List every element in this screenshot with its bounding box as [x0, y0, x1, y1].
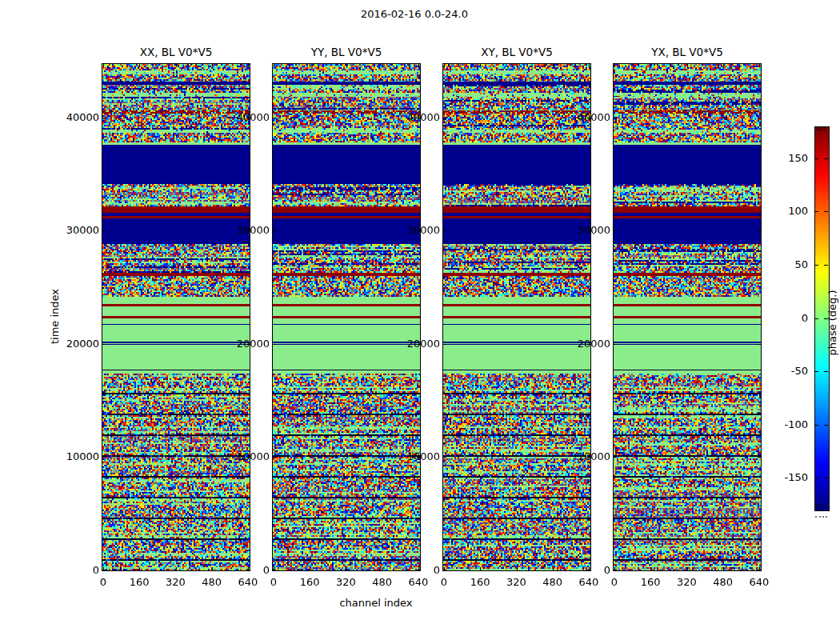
heatmap-panel-yy — [272, 63, 421, 571]
colorbar-tick — [814, 425, 818, 426]
y-tick-label: 10000 — [223, 450, 270, 462]
colorbar-tick — [824, 211, 828, 212]
y-tick-label: 40000 — [394, 111, 440, 123]
x-tick-label: 0 — [426, 576, 462, 588]
y-tick-label: 30000 — [53, 224, 99, 236]
colorbar-tick-label: -100 — [762, 418, 808, 430]
colorbar-label: phase (deg.) — [826, 275, 838, 371]
y-tick-label: 0 — [564, 564, 610, 576]
heatmap-canvas-yx — [614, 64, 761, 570]
x-tick-label: 480 — [706, 576, 741, 588]
heatmap-panel-xy — [442, 63, 591, 571]
y-tick-label: 10000 — [564, 450, 610, 462]
y-tick-label: 40000 — [53, 111, 99, 123]
panel-title-yy: YY, BL V0*V5 — [272, 46, 421, 58]
y-tick-label: 40000 — [223, 111, 270, 123]
x-tick-label: 160 — [292, 576, 327, 588]
x-tick-label: 320 — [158, 576, 194, 588]
y-tick-label: 20000 — [223, 338, 270, 350]
y-tick-label: 0 — [53, 564, 99, 576]
y-tick-label: 10000 — [394, 450, 440, 462]
x-tick-label: 160 — [462, 576, 498, 588]
colorbar-tick — [824, 265, 828, 266]
x-tick-label: 480 — [194, 576, 230, 588]
colorbar-tick — [824, 425, 828, 426]
colorbar-tick — [814, 265, 818, 266]
figure: 2016-02-16 0.0-24.0 XX, BL V0*V5 YY, BL … — [0, 0, 840, 640]
colorbar-tick — [824, 371, 828, 372]
y-tick-label: 30000 — [223, 224, 270, 236]
colorbar-bottom-hatch — [817, 504, 826, 508]
x-tick-label: 320 — [670, 576, 705, 588]
colorbar-tick-label: 0 — [762, 312, 808, 324]
colorbar-tick — [824, 158, 828, 159]
colorbar-dotted-edge — [815, 516, 827, 518]
colorbar-tick — [814, 211, 818, 212]
y-tick-label: 10000 — [53, 450, 99, 462]
x-tick-label: 320 — [329, 576, 364, 588]
figure-title: 2016-02-16 0.0-24.0 — [254, 8, 574, 20]
x-tick-label: 0 — [256, 576, 291, 588]
colorbar-tick-label: -50 — [762, 365, 808, 377]
heatmap-panel-xx — [102, 63, 250, 571]
y-tick-label: 30000 — [564, 224, 610, 236]
y-tick-label: 40000 — [564, 111, 610, 123]
x-tick-label: 160 — [633, 576, 668, 588]
colorbar-tick-label: 150 — [762, 152, 808, 164]
colorbar-top-hatch — [817, 127, 826, 131]
x-tick-label: 320 — [499, 576, 534, 588]
colorbar-tick — [814, 371, 818, 372]
colorbar-tick-label: 50 — [762, 258, 808, 270]
y-tick-label: 20000 — [394, 338, 440, 350]
colorbar-tick — [814, 158, 818, 159]
y-tick-label: 20000 — [564, 338, 610, 350]
panel-title-xx: XX, BL V0*V5 — [102, 46, 250, 58]
colorbar-tick-label: -150 — [762, 471, 808, 483]
x-axis-label: channel index — [312, 597, 440, 609]
colorbar-tick — [824, 478, 828, 478]
x-tick-label: 0 — [597, 576, 632, 588]
colorbar-tick-label: 100 — [762, 205, 808, 217]
colorbar-tick — [814, 478, 818, 478]
heatmap-canvas-yy — [273, 64, 420, 570]
y-tick-label: 0 — [223, 564, 270, 576]
y-tick-label: 20000 — [53, 338, 99, 350]
panel-title-xy: XY, BL V0*V5 — [442, 46, 591, 58]
heatmap-canvas-xx — [102, 64, 250, 570]
heatmap-panel-yx — [613, 63, 762, 571]
x-tick-label: 160 — [122, 576, 157, 588]
y-tick-label: 30000 — [394, 224, 440, 236]
x-tick-label: 480 — [365, 576, 400, 588]
y-axis-label: time index — [49, 269, 61, 365]
x-tick-label: 0 — [86, 576, 121, 588]
x-tick-label: 480 — [535, 576, 570, 588]
colorbar-tick — [824, 318, 828, 319]
y-tick-label: 0 — [394, 564, 440, 576]
heatmap-canvas-xy — [443, 64, 590, 570]
x-tick-label: 640 — [742, 576, 777, 588]
colorbar-tick — [814, 318, 818, 319]
panel-title-yx: YX, BL V0*V5 — [613, 46, 762, 58]
